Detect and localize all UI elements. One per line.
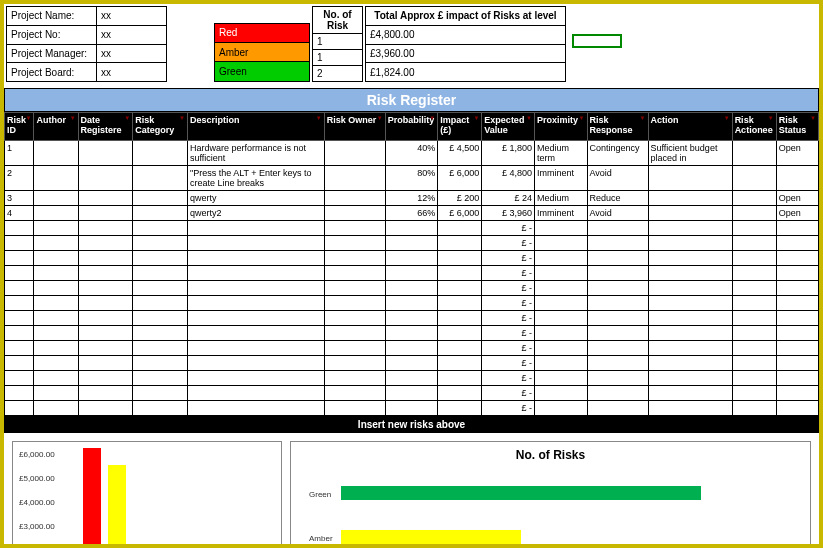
cell-empty[interactable] <box>187 401 324 416</box>
cell-action[interactable]: Sufficient budget placed in <box>648 141 732 166</box>
cell-empty[interactable] <box>133 311 188 326</box>
cell-empty[interactable] <box>324 341 385 356</box>
cell-empty[interactable] <box>187 341 324 356</box>
cell-expected[interactable]: £ - <box>482 311 535 326</box>
cell-empty[interactable] <box>78 386 133 401</box>
cell-empty[interactable] <box>587 326 648 341</box>
cell-empty[interactable] <box>534 356 587 371</box>
cell-empty[interactable] <box>732 266 776 281</box>
cell-prox[interactable]: Imminent <box>534 166 587 191</box>
cell-empty[interactable] <box>78 296 133 311</box>
cell-desc[interactable]: qwerty2 <box>187 206 324 221</box>
cell-empty[interactable] <box>78 281 133 296</box>
cell-empty[interactable] <box>438 266 482 281</box>
cell-empty[interactable] <box>34 221 78 236</box>
cell-empty[interactable] <box>324 236 385 251</box>
cell-empty[interactable] <box>732 281 776 296</box>
cell-author[interactable] <box>34 191 78 206</box>
cell-empty[interactable] <box>5 311 34 326</box>
cell-empty[interactable] <box>78 251 133 266</box>
cell-status[interactable]: Open <box>776 141 818 166</box>
cell-empty[interactable] <box>5 386 34 401</box>
cell-empty[interactable] <box>587 311 648 326</box>
col-impact[interactable]: Impact (£) <box>438 113 482 141</box>
cell-cat[interactable] <box>133 166 188 191</box>
cell-empty[interactable] <box>324 371 385 386</box>
cell-empty[interactable] <box>385 281 438 296</box>
cell-empty[interactable] <box>187 311 324 326</box>
cell-author[interactable] <box>34 141 78 166</box>
cell-empty[interactable] <box>133 281 188 296</box>
cell-empty[interactable] <box>187 221 324 236</box>
cell-empty[interactable] <box>34 341 78 356</box>
cell-empty[interactable] <box>776 221 818 236</box>
cell-empty[interactable] <box>5 326 34 341</box>
cell-status[interactable]: Open <box>776 206 818 221</box>
cell-expected[interactable]: £ 4,800 <box>482 166 535 191</box>
cell-empty[interactable] <box>732 371 776 386</box>
cell-empty[interactable] <box>133 236 188 251</box>
cell-owner[interactable] <box>324 191 385 206</box>
cell-empty[interactable] <box>648 281 732 296</box>
cell-impact[interactable]: £ 6,000 <box>438 206 482 221</box>
selected-cell[interactable] <box>572 34 622 48</box>
cell-expected[interactable]: £ - <box>482 296 535 311</box>
cell-impact[interactable]: £ 4,500 <box>438 141 482 166</box>
cell-empty[interactable] <box>732 311 776 326</box>
cell-owner[interactable] <box>324 141 385 166</box>
cell-expected[interactable]: £ - <box>482 251 535 266</box>
cell-empty[interactable] <box>732 251 776 266</box>
cell-empty[interactable] <box>438 386 482 401</box>
cell-empty[interactable] <box>78 266 133 281</box>
cell-empty[interactable] <box>385 341 438 356</box>
cell-resp[interactable]: Avoid <box>587 166 648 191</box>
cell-empty[interactable] <box>133 266 188 281</box>
cell-empty[interactable] <box>385 311 438 326</box>
cell-empty[interactable] <box>534 281 587 296</box>
cell-id[interactable]: 4 <box>5 206 34 221</box>
cell-cat[interactable] <box>133 206 188 221</box>
cell-empty[interactable] <box>385 386 438 401</box>
cell-empty[interactable] <box>187 281 324 296</box>
cell-empty[interactable] <box>534 401 587 416</box>
cell-expected[interactable]: £ - <box>482 281 535 296</box>
cell-empty[interactable] <box>5 266 34 281</box>
cell-empty[interactable] <box>732 236 776 251</box>
cell-empty[interactable] <box>732 221 776 236</box>
cell-prox[interactable]: Medium <box>534 191 587 206</box>
cell-desc[interactable]: "Press the ALT + Enter keys to create Li… <box>187 166 324 191</box>
cell-empty[interactable] <box>438 356 482 371</box>
cell-empty[interactable] <box>187 326 324 341</box>
cell-actionee[interactable] <box>732 206 776 221</box>
cell-empty[interactable] <box>776 311 818 326</box>
cell-resp[interactable]: Reduce <box>587 191 648 206</box>
cell-status[interactable] <box>776 166 818 191</box>
cell-empty[interactable] <box>324 296 385 311</box>
cell-empty[interactable] <box>78 326 133 341</box>
cell-empty[interactable] <box>5 236 34 251</box>
cell-empty[interactable] <box>34 326 78 341</box>
cell-empty[interactable] <box>187 371 324 386</box>
cell-empty[interactable] <box>438 251 482 266</box>
cell-empty[interactable] <box>34 281 78 296</box>
cell-owner[interactable] <box>324 166 385 191</box>
cell-empty[interactable] <box>78 371 133 386</box>
cell-expected[interactable]: £ 1,800 <box>482 141 535 166</box>
cell-empty[interactable] <box>78 311 133 326</box>
cell-expected[interactable]: £ 3,960 <box>482 206 535 221</box>
cell-empty[interactable] <box>34 386 78 401</box>
cell-empty[interactable] <box>187 251 324 266</box>
cell-prob[interactable]: 80% <box>385 166 438 191</box>
cell-empty[interactable] <box>776 266 818 281</box>
cell-empty[interactable] <box>648 296 732 311</box>
cell-empty[interactable] <box>534 341 587 356</box>
cell-empty[interactable] <box>776 236 818 251</box>
cell-empty[interactable] <box>648 341 732 356</box>
cell-empty[interactable] <box>776 341 818 356</box>
cell-id[interactable]: 3 <box>5 191 34 206</box>
cell-date[interactable] <box>78 191 133 206</box>
cell-empty[interactable] <box>438 341 482 356</box>
col-description[interactable]: Description <box>187 113 324 141</box>
cell-expected[interactable]: £ - <box>482 266 535 281</box>
cell-action[interactable] <box>648 191 732 206</box>
